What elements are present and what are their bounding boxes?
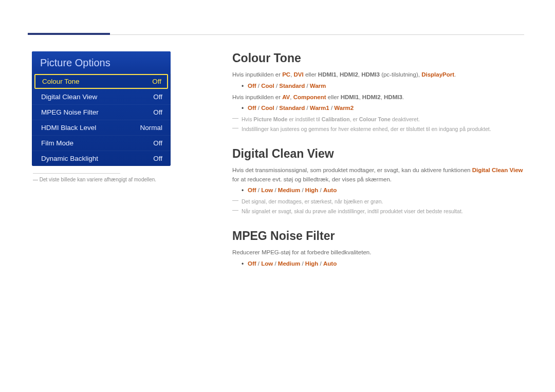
dcv-bullet: Off / Low / Medium / High / Auto <box>232 186 524 195</box>
opt-off: Off <box>248 83 256 89</box>
menu-item-label: Dynamic Backlight <box>41 155 98 162</box>
sep: / <box>273 187 278 193</box>
text: Indstillinger kan justeres og gemmes for… <box>242 126 491 132</box>
section-colour-tone: Colour Tone Hvis inputkilden er PC, DVI … <box>232 51 524 134</box>
menu-item-hdmi-black-level[interactable]: HDMI Black Level Normal <box>32 120 171 135</box>
opt-auto: Auto <box>323 187 337 193</box>
term-hdmi3: HDMI3 <box>361 71 380 78</box>
sep: / <box>256 83 262 89</box>
mpeg-para: Reducerer MPEG-støj for at forbedre bill… <box>232 248 524 257</box>
opt-auto: Auto <box>323 260 337 267</box>
opt-standard: Standard <box>279 83 305 89</box>
mpeg-bullet: Off / Low / Medium / High / Auto <box>232 259 524 269</box>
sep: / <box>305 105 310 111</box>
ct-line2: Hvis inputkilden er AV, Component eller … <box>232 93 524 102</box>
opt-high: High <box>305 260 319 267</box>
ct-line1: Hvis inputkilden er PC, DVI eller HDMI1,… <box>232 70 524 80</box>
term-av: AV <box>282 94 290 100</box>
text: Hvis inputkilden er <box>232 94 282 100</box>
opt-low: Low <box>261 260 273 267</box>
ct-note2: Indstillinger kan justeres og gemmes for… <box>232 125 524 134</box>
menu-item-colour-tone[interactable]: Colour Tone Off <box>34 74 168 89</box>
opt-cool: Cool <box>261 105 274 111</box>
menu-item-label: Film Mode <box>41 139 73 147</box>
ct-bullet1: Off / Cool / Standard / Warm <box>232 82 524 91</box>
text: . <box>402 94 404 100</box>
menu-item-digital-clean-view[interactable]: Digital Clean View Off <box>32 89 171 104</box>
text: eller <box>326 94 341 100</box>
term-picture-mode: Picture Mode <box>253 116 287 122</box>
menu-item-value: Off <box>153 155 162 162</box>
sep: / <box>318 260 323 267</box>
footnote-text: Det viste billede kan variere afhængigt … <box>40 177 156 182</box>
text: Når signalet er svagt, skal du prøve all… <box>242 208 463 214</box>
opt-cool: Cool <box>261 83 274 89</box>
menu-item-film-mode[interactable]: Film Mode Off <box>32 135 171 151</box>
heading-mpeg: MPEG Noise Filter <box>232 229 524 243</box>
text: Hvis det transmissionssignal, som produk… <box>232 167 472 173</box>
term-component: Component <box>293 94 326 100</box>
term-pc: PC <box>282 71 290 78</box>
opt-medium: Medium <box>278 187 300 193</box>
footnote-dash: ― <box>33 177 38 182</box>
text: Hvis inputkilden er <box>232 71 282 78</box>
term-hdmi1: HDMI1 <box>341 94 359 100</box>
term-calibration: Calibration <box>322 116 350 122</box>
text: Det signal, der modtages, er stærkest, n… <box>242 198 383 204</box>
sep: / <box>256 105 262 111</box>
term-hdmi3: HDMI3 <box>384 94 402 100</box>
text: , er <box>350 116 359 122</box>
heading-colour-tone: Colour Tone <box>232 51 524 65</box>
term-hdmi1: HDMI1 <box>318 71 337 78</box>
picture-options-menu: Picture Options Colour Tone Off Digital … <box>32 51 171 166</box>
opt-low: Low <box>261 187 273 193</box>
dash-icon <box>232 210 238 211</box>
term-hdmi2: HDMI2 <box>340 71 358 78</box>
page-content: Picture Options Colour Tone Off Digital … <box>28 51 524 282</box>
sep: / <box>305 83 310 89</box>
menu-item-dynamic-backlight[interactable]: Dynamic Backlight Off <box>32 151 171 166</box>
header-accent <box>28 33 110 35</box>
sep: / <box>300 187 305 193</box>
sep: / <box>300 260 305 267</box>
sep: / <box>329 105 335 111</box>
text: . <box>454 71 456 78</box>
sep: / <box>274 105 280 111</box>
term-colour-tone: Colour Tone <box>359 116 391 122</box>
menu-item-label: Colour Tone <box>42 78 80 85</box>
text: deaktiveret. <box>391 116 420 122</box>
opt-high: High <box>305 187 319 193</box>
term-hdmi2: HDMI2 <box>362 94 381 100</box>
term-dvi: DVI <box>294 71 304 78</box>
dcv-note2: Når signalet er svagt, skal du prøve all… <box>232 207 524 216</box>
left-column: Picture Options Colour Tone Off Digital … <box>32 51 186 282</box>
menu-item-label: HDMI Black Level <box>41 124 96 132</box>
opt-medium: Medium <box>278 260 300 267</box>
opt-off: Off <box>248 187 256 193</box>
heading-dcv: Digital Clean View <box>232 147 524 161</box>
ct-bullet2: Off / Cool / Standard / Warm1 / Warm2 <box>232 104 524 113</box>
opt-warm: Warm <box>310 83 326 89</box>
text: for at reducere evt. støj og billedtræk,… <box>232 176 392 182</box>
sep: / <box>256 187 262 193</box>
text: Hvis <box>242 116 253 122</box>
sep: / <box>274 83 280 89</box>
term-dcv: Digital Clean View <box>472 167 523 173</box>
menu-footnote: ― Det viste billede kan variere afhængig… <box>33 177 186 182</box>
text: er indstillet til <box>287 116 322 122</box>
dash-icon <box>232 128 238 128</box>
opt-off: Off <box>248 260 256 267</box>
footnote-rule <box>33 173 120 174</box>
sep: / <box>273 260 278 267</box>
sep: / <box>256 260 262 267</box>
opt-warm2: Warm2 <box>334 105 354 111</box>
menu-item-value: Off <box>152 78 161 85</box>
section-digital-clean-view: Digital Clean View Hvis det transmission… <box>232 147 524 216</box>
menu-item-value: Off <box>153 139 162 147</box>
menu-item-value: Off <box>153 108 162 116</box>
menu-title: Picture Options <box>32 51 171 74</box>
menu-item-mpeg-noise-filter[interactable]: MPEG Noise Filter Off <box>32 104 171 120</box>
term-displayport: DisplayPort <box>421 71 454 78</box>
opt-warm1: Warm1 <box>310 105 329 111</box>
menu-item-value: Normal <box>140 124 162 132</box>
